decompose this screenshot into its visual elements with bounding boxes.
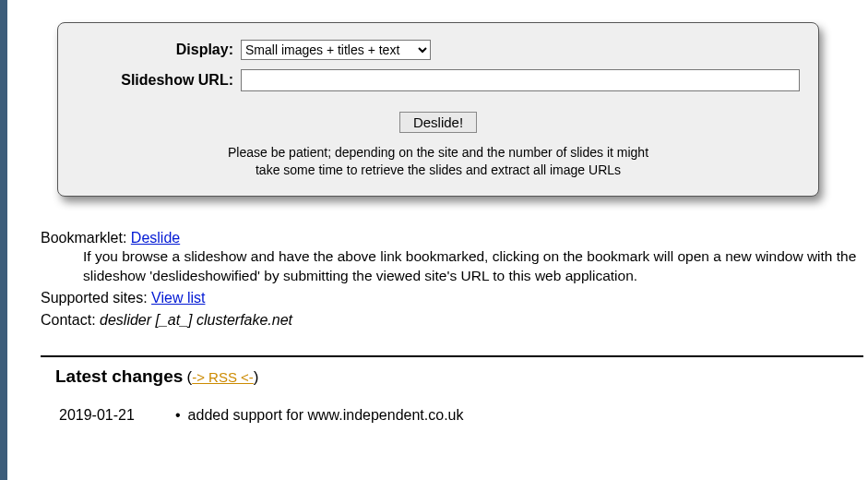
display-label: Display: — [77, 42, 241, 58]
page-content: Display: Small images + titles + text Sl… — [7, 0, 861, 424]
contact-value: deslider [_at_] clusterfake.net — [100, 312, 292, 328]
left-strip — [0, 0, 7, 480]
supported-label: Supported sites: — [41, 290, 148, 306]
bookmarklet-desc: If you browse a slideshow and have the a… — [83, 247, 862, 286]
changes-section: Latest changes (-> RSS <-) 2019-01-21 • … — [55, 366, 861, 424]
url-label: Slideshow URL: — [77, 72, 241, 89]
contact-label: Contact: — [41, 312, 96, 328]
rss-link[interactable]: -> RSS <- — [192, 369, 254, 385]
bookmarklet-row: Bookmarklet: Deslide — [41, 228, 862, 248]
changes-heading: Latest changes — [55, 366, 183, 386]
submit-row: Deslide! — [77, 112, 800, 133]
hint-text: Please be patient; depending on the site… — [77, 144, 800, 179]
bookmarklet-label: Bookmarklet: — [41, 230, 126, 246]
change-date: 2019-01-21 — [59, 407, 175, 424]
change-text: added support for www.independent.co.uk — [188, 407, 464, 424]
url-row: Slideshow URL: — [77, 69, 800, 91]
deslide-form-panel: Display: Small images + titles + text Sl… — [57, 22, 819, 197]
deslide-button[interactable]: Deslide! — [399, 112, 477, 133]
contact-row: Contact: deslider [_at_] clusterfake.net — [41, 310, 862, 330]
display-select[interactable]: Small images + titles + text — [241, 40, 431, 60]
change-row: 2019-01-21 • added support for www.indep… — [59, 407, 861, 424]
supported-row: Supported sites: View list — [41, 288, 862, 308]
bookmarklet-link[interactable]: Deslide — [131, 230, 180, 246]
display-row: Display: Small images + titles + text — [77, 40, 800, 60]
separator — [41, 355, 863, 357]
hint-line2: take some time to retrieve the slides an… — [256, 162, 621, 177]
paren-close: ) — [254, 368, 259, 386]
changes-list: 2019-01-21 • added support for www.indep… — [59, 407, 861, 424]
slideshow-url-input[interactable] — [241, 69, 800, 91]
supported-link[interactable]: View list — [151, 290, 205, 306]
hint-line1: Please be patient; depending on the site… — [228, 145, 648, 160]
bullet-icon: • — [175, 407, 181, 424]
info-section: Bookmarklet: Deslide If you browse a sli… — [41, 228, 862, 330]
